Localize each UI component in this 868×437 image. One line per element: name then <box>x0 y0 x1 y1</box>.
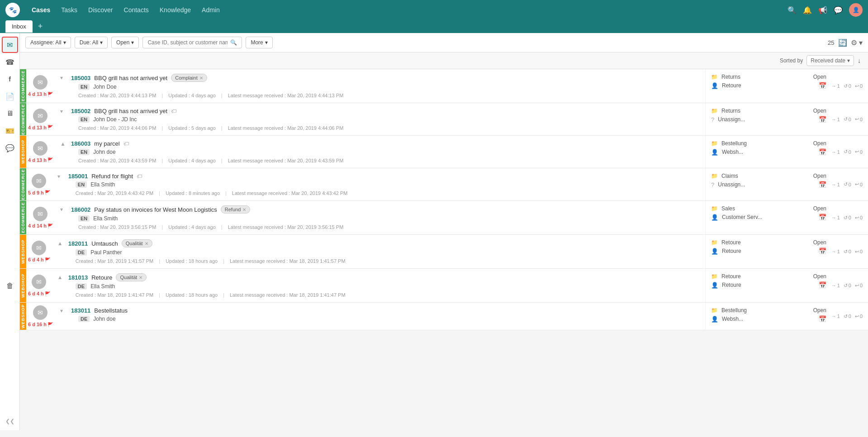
sort-direction-button[interactable]: ↓ <box>858 57 861 64</box>
case-updated: Updated : 8 minutes ago <box>166 190 220 196</box>
sidebar-monitor-icon[interactable]: 🖥 <box>2 105 18 122</box>
reply-counter: → 1 <box>831 117 840 122</box>
case-customer[interactable]: Ella Smith <box>90 283 115 290</box>
case-customer[interactable]: Ella Smith <box>90 181 115 188</box>
case-collapse-button[interactable]: ▾ <box>60 75 67 81</box>
case-created: Created : Mar 18, 2019 1:41:57 PM <box>76 258 153 264</box>
case-item: Webshop ✉ 4 d 13 h 🚩 ▲ 186003 my parcel … <box>20 136 868 168</box>
case-collapse-button[interactable]: ▲ <box>57 240 65 247</box>
case-customer[interactable]: John Doe <box>93 84 116 90</box>
case-subject[interactable]: Bestellstatus <box>94 307 128 314</box>
nav-discover[interactable]: Discover <box>84 4 117 16</box>
refresh-button[interactable]: 🔄 <box>838 38 847 47</box>
inbox-tab[interactable]: Inbox <box>5 20 33 33</box>
tag-icon[interactable]: 🏷 <box>137 173 142 180</box>
nav-items: Cases Tasks Discover Contacts Knowledge … <box>27 4 780 16</box>
calendar-icon[interactable]: 📅 <box>819 315 826 323</box>
sort-bar: Sorted by Received date ▾ ↓ <box>20 52 868 69</box>
case-id[interactable]: 182011 <box>68 240 88 247</box>
case-id[interactable]: 185001 <box>68 173 88 180</box>
tag-remove-button[interactable]: ✕ <box>145 241 148 246</box>
reply-arrow-icon: → <box>831 182 836 187</box>
case-customer[interactable]: John Doe - JD Inc <box>93 116 137 123</box>
assignee-filter[interactable]: Assignee: All ▾ <box>25 37 71 48</box>
calendar-icon[interactable]: 📅 <box>819 214 826 221</box>
calendar-icon[interactable]: 📅 <box>819 82 826 89</box>
case-created: Created : Mar 20, 2019 3:56:15 PM <box>78 224 156 230</box>
search-input[interactable] <box>147 39 228 46</box>
case-subject[interactable]: Umtausch <box>91 240 118 247</box>
nav-knowledge[interactable]: Knowledge <box>155 4 195 16</box>
tag-icon[interactable]: 🏷 <box>123 141 129 147</box>
case-subject[interactable]: BBQ grill has not arrived yet <box>94 75 167 81</box>
case-collapse-button[interactable]: ▾ <box>60 206 67 213</box>
sidebar-email-icon[interactable]: ✉ <box>2 37 18 53</box>
case-collapse-button[interactable]: ▲ <box>57 274 65 280</box>
search-icon: 🔍 <box>230 39 237 46</box>
calendar-icon[interactable]: 📅 <box>819 181 826 188</box>
case-id[interactable]: 186003 <box>71 140 90 147</box>
nav-tasks[interactable]: Tasks <box>57 4 82 16</box>
chat-nav-icon[interactable]: 💬 <box>834 6 843 14</box>
tag-remove-button[interactable]: ✕ <box>242 207 246 212</box>
bell-icon[interactable]: 🔔 <box>803 6 812 14</box>
timer-flag-icon: 🚩 <box>47 322 53 327</box>
sidebar-collapse-button[interactable]: ❮❮ <box>2 416 18 427</box>
case-subject[interactable]: BBQ grill has not arrived yet <box>94 108 167 114</box>
case-subject[interactable]: Refund for flight <box>91 173 133 180</box>
case-subject[interactable]: Retoure <box>91 274 112 281</box>
search-icon[interactable]: 🔍 <box>787 6 797 14</box>
case-customer[interactable]: Paul Panther <box>90 249 122 256</box>
case-collapse-button[interactable]: ▲ <box>60 141 67 147</box>
calendar-icon[interactable]: 📅 <box>819 148 826 156</box>
case-customer[interactable]: John doe <box>93 316 115 322</box>
case-updated: Updated : 4 days ago <box>168 224 216 230</box>
case-id[interactable]: 185002 <box>71 108 90 114</box>
app-logo[interactable]: 🐾 <box>5 3 20 17</box>
case-collapse-button[interactable]: ▾ <box>57 173 65 180</box>
case-id[interactable]: 181013 <box>68 274 88 281</box>
case-id[interactable]: 185003 <box>71 75 90 81</box>
sidebar-facebook-icon[interactable]: f <box>2 71 18 87</box>
channel-bar: Webshop <box>20 303 26 330</box>
tag-remove-button[interactable]: ✕ <box>139 275 142 280</box>
sidebar-chat-icon[interactable]: 💬 <box>2 140 18 156</box>
case-category: Bestellung <box>721 307 747 314</box>
tag-remove-button[interactable]: ✕ <box>199 76 203 81</box>
settings-button[interactable]: ⚙ ▾ <box>851 38 863 47</box>
sidebar-ticket-icon[interactable]: 🎫 <box>2 123 18 139</box>
add-tab-button[interactable]: + <box>34 20 47 33</box>
filter-bar: Assignee: All ▾ Due: All ▾ Open ▾ 🔍 More… <box>20 33 868 52</box>
calendar-icon[interactable]: 📅 <box>819 247 826 255</box>
nav-contacts[interactable]: Contacts <box>119 4 153 16</box>
case-customer[interactable]: Ella Smith <box>93 215 118 222</box>
case-id[interactable]: 183011 <box>71 307 90 314</box>
nav-cases[interactable]: Cases <box>27 4 55 16</box>
case-right: 📁 Claims Open ? Unassign... 📅 <box>705 168 832 200</box>
calendar-icon[interactable]: 📅 <box>819 281 826 289</box>
case-collapse-button[interactable]: ▾ <box>60 308 67 314</box>
user-avatar[interactable]: 👤 <box>849 3 863 17</box>
megaphone-icon[interactable]: 📢 <box>818 6 827 14</box>
case-collapse-button[interactable]: ▾ <box>60 108 67 114</box>
sidebar-trash-icon[interactable]: 🗑 <box>2 278 18 294</box>
case-customer[interactable]: John doe <box>93 149 115 155</box>
assign-person-icon: 👤 <box>711 282 718 289</box>
pending-counter: ↺ 0 <box>844 283 851 289</box>
status-filter[interactable]: Open ▾ <box>111 37 139 48</box>
sort-dropdown[interactable]: Received date ▾ <box>806 55 854 66</box>
case-subject[interactable]: Pay status on invoices for West Moon Log… <box>94 206 217 213</box>
other-count: 0 <box>860 283 863 288</box>
due-filter[interactable]: Due: All ▾ <box>75 37 108 48</box>
reply-arrow-icon: → <box>831 83 836 89</box>
sidebar-document-icon[interactable]: 📄 <box>2 88 18 104</box>
tag-icon[interactable]: 🏷 <box>171 108 176 114</box>
more-filter-button[interactable]: More ▾ <box>246 37 272 48</box>
case-subject[interactable]: my parcel <box>94 140 119 147</box>
sidebar-phone-icon[interactable]: ☎ <box>2 54 18 70</box>
case-counters: → 1 ↺ 0 ↩ 0 <box>832 201 868 234</box>
nav-admin[interactable]: Admin <box>197 4 224 16</box>
calendar-icon[interactable]: 📅 <box>819 116 826 123</box>
case-avatar: ✉ <box>33 109 47 123</box>
case-id[interactable]: 186002 <box>71 206 90 213</box>
